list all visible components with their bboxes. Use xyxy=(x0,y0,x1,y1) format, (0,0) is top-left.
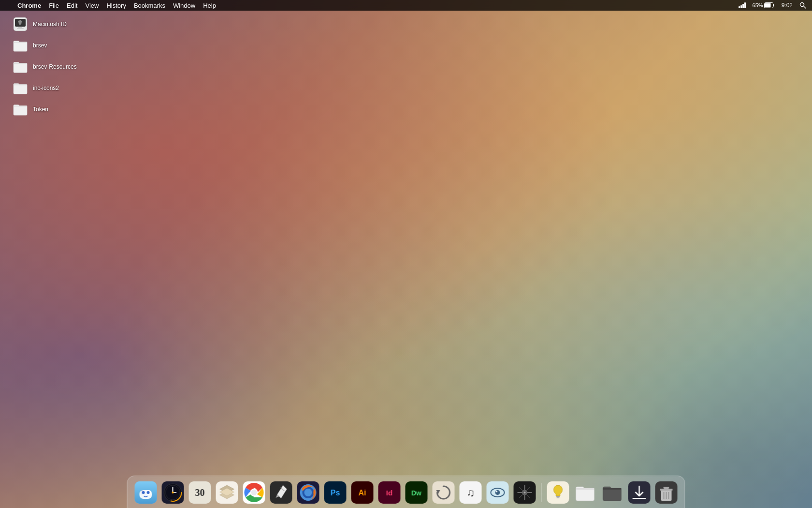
token-icon xyxy=(13,102,28,117)
action-icon xyxy=(433,481,455,504)
battery-percent: 65% xyxy=(753,2,763,8)
dock-indesign[interactable]: Id xyxy=(377,480,402,505)
dock-action[interactable] xyxy=(431,480,456,505)
svg-rect-70 xyxy=(557,497,560,498)
desktop-background xyxy=(0,0,812,508)
dock-clock[interactable] xyxy=(160,480,186,505)
svg-point-23 xyxy=(172,492,174,493)
desktop-icon-inc-icons2[interactable]: inc-icons2 xyxy=(10,78,87,98)
time-label: 9:02 xyxy=(782,2,793,9)
token-label: Token xyxy=(33,106,48,113)
menubar-chrome[interactable]: Chrome xyxy=(14,0,45,11)
menubar-bookmarks[interactable]: Bookmarks xyxy=(130,0,169,11)
dock-finder[interactable] xyxy=(133,480,159,505)
dock-thirty[interactable]: 30 xyxy=(188,480,213,505)
illustrator-icon: Ai xyxy=(351,481,374,504)
svg-point-3 xyxy=(800,3,804,7)
svg-rect-76 xyxy=(660,489,673,491)
token-folder-svg xyxy=(13,103,28,116)
finder-icon xyxy=(135,481,157,504)
layer-icon xyxy=(216,481,238,504)
firefox-icon xyxy=(297,481,319,504)
dock-illustrator[interactable]: Ai xyxy=(350,480,375,505)
dreamweaver-icon: Dw xyxy=(406,481,428,504)
apple-menu[interactable] xyxy=(4,0,14,11)
dock-preview[interactable] xyxy=(485,480,510,505)
svg-line-4 xyxy=(804,6,806,8)
macintosh-id-icon xyxy=(13,16,28,32)
svg-text:30: 30 xyxy=(195,487,205,498)
brsev-resources-folder-svg xyxy=(13,60,28,74)
dock-folder-dark[interactable] xyxy=(600,480,625,505)
svg-text:♫: ♫ xyxy=(466,487,475,499)
clock-icon xyxy=(162,481,184,504)
inc-icons2-label: inc-icons2 xyxy=(33,85,59,91)
svg-point-16 xyxy=(142,491,145,494)
dock-folder-white[interactable] xyxy=(573,480,598,505)
signal-bar-3 xyxy=(742,4,744,8)
bulb-icon xyxy=(547,481,569,504)
menubar-help[interactable]: Help xyxy=(199,0,220,11)
signal-bar-2 xyxy=(740,5,742,8)
menubar-right: 65% 9:02 xyxy=(737,2,808,9)
dock-downloads[interactable] xyxy=(627,480,652,505)
battery-indicator: 65% xyxy=(751,2,777,8)
svg-rect-1 xyxy=(773,4,774,7)
clock-display: 9:02 xyxy=(780,2,795,9)
dock-separator xyxy=(541,483,542,502)
dock-dreamweaver[interactable]: Dw xyxy=(404,480,429,505)
brsev-label: brsev xyxy=(33,42,47,49)
svg-point-55 xyxy=(495,490,500,495)
inc-icons2-folder-svg xyxy=(13,81,28,95)
svg-rect-7 xyxy=(18,27,22,28)
dock-container: 30 xyxy=(127,476,685,508)
signal-indicator xyxy=(737,2,748,8)
folder-white-icon xyxy=(574,481,596,504)
dock-firefox[interactable] xyxy=(296,480,321,505)
spotlight-search[interactable] xyxy=(798,2,808,9)
dock-bulb[interactable] xyxy=(546,480,571,505)
dock-quicksilver[interactable] xyxy=(512,480,537,505)
indesign-icon: Id xyxy=(378,481,401,504)
downloads-icon xyxy=(628,481,651,504)
folder-dark-icon xyxy=(601,481,624,504)
menubar-window[interactable]: Window xyxy=(169,0,199,11)
desktop-icon-brsev[interactable]: brsev xyxy=(10,36,87,55)
menubar-history[interactable]: History xyxy=(102,0,130,11)
brsev-resources-icon xyxy=(13,59,28,75)
signal-bar-4 xyxy=(744,2,746,8)
svg-text:Ps: Ps xyxy=(331,489,340,497)
desktop-icon-macintosh-id[interactable]: Macintosh ID xyxy=(10,15,87,34)
svg-rect-49 xyxy=(433,481,455,504)
menubar-view[interactable]: View xyxy=(81,0,102,11)
svg-point-34 xyxy=(251,490,257,495)
dock-photoshop[interactable]: Ps xyxy=(323,480,348,505)
dock-layer[interactable] xyxy=(215,480,240,505)
svg-text:Id: Id xyxy=(386,489,392,497)
desktop-icon-brsev-resources[interactable]: brsev-Resources xyxy=(10,57,87,76)
desktop-icons-container: Macintosh ID brsev brsev-Resources xyxy=(10,15,87,119)
dock-music[interactable]: ♫ xyxy=(458,480,483,505)
menubar-file[interactable]: File xyxy=(45,0,63,11)
svg-point-40 xyxy=(304,489,312,496)
signal-bars-icon xyxy=(739,2,746,8)
battery-icon xyxy=(764,2,775,8)
inc-icons2-icon xyxy=(13,80,28,96)
svg-point-17 xyxy=(147,491,150,494)
dock-trash[interactable] xyxy=(654,480,679,505)
desktop-icon-token[interactable]: Token xyxy=(10,100,87,119)
dock-pen[interactable] xyxy=(269,480,294,505)
brsev-icon xyxy=(13,38,28,53)
brsev-folder-svg xyxy=(13,39,28,52)
svg-point-56 xyxy=(496,491,497,493)
menubar-edit[interactable]: Edit xyxy=(63,0,81,11)
menubar-left: Chrome File Edit View History Bookmarks … xyxy=(4,0,737,11)
trash-icon xyxy=(655,481,678,504)
music-icon: ♫ xyxy=(460,481,482,504)
preview-icon xyxy=(487,481,509,504)
quicksilver-icon xyxy=(514,481,536,504)
photoshop-icon: Ps xyxy=(324,481,347,504)
svg-rect-69 xyxy=(556,496,560,497)
thirty-icon: 30 xyxy=(189,481,211,504)
dock-chrome[interactable] xyxy=(242,480,267,505)
